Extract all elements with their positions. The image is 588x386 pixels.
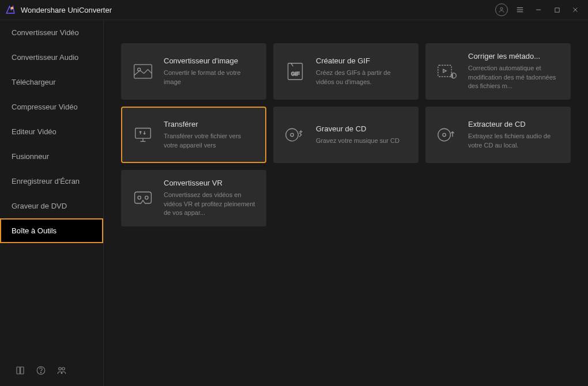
svg-text:i: i: [452, 73, 453, 78]
card-title: Corriger les métado...: [468, 52, 560, 60]
image-icon: [131, 60, 154, 83]
tool-cd-ripper[interactable]: Extracteur de CD Extrayez les fichiers a…: [425, 107, 571, 163]
titlebar-controls: [493, 2, 583, 18]
app-title: Wondershare UniConverter: [21, 6, 493, 14]
svg-point-26: [443, 133, 446, 136]
sidebar-item-audio-converter[interactable]: Convertisseur Audio: [0, 45, 103, 70]
svg-rect-20: [135, 128, 150, 139]
sidebar-footer: [0, 355, 103, 386]
vr-icon: [131, 187, 154, 210]
menu-icon[interactable]: [512, 2, 528, 18]
card-title: Graveur de CD: [316, 124, 408, 133]
sidebar-item-merger[interactable]: Fusionneur: [0, 144, 103, 169]
sidebar-item-video-compressor[interactable]: Compresseur Vidéo: [0, 94, 103, 119]
svg-point-12: [62, 368, 65, 370]
card-title: Convertisseur VR: [164, 179, 256, 187]
svg-point-1: [500, 7, 503, 10]
app-logo: [5, 4, 16, 16]
svg-point-10: [40, 372, 41, 373]
sidebar-item-screen-recorder[interactable]: Enregistreur d'Écran: [0, 169, 103, 194]
tool-grid: Convertisseur d'image Convertir le forma…: [121, 43, 571, 226]
svg-rect-17: [438, 65, 451, 77]
sidebar-item-downloader[interactable]: Téléchargeur: [0, 70, 103, 94]
tutorial-icon[interactable]: [12, 362, 29, 379]
tool-gif-maker[interactable]: GIF Créateur de GIF Créez des GIFs à par…: [273, 43, 419, 100]
card-desc: Créez des GIFs à partir de vidéos ou d'i…: [316, 69, 408, 86]
card-title: Extracteur de CD: [468, 120, 560, 128]
tool-fix-metadata[interactable]: i Corriger les métado... Correction auto…: [425, 43, 571, 100]
svg-point-24: [291, 133, 293, 136]
gif-icon: GIF: [284, 60, 307, 83]
svg-text:GIF: GIF: [291, 71, 300, 77]
tool-vr-converter[interactable]: Convertisseur VR Convertissez des vidéos…: [121, 170, 266, 226]
cd-burn-icon: [284, 123, 307, 146]
svg-point-25: [438, 128, 451, 141]
titlebar: Wondershare UniConverter: [0, 0, 588, 20]
card-desc: Convertissez des vidéos en vidéos VR et …: [164, 191, 256, 217]
account-icon[interactable]: [493, 2, 510, 18]
card-desc: Transférer votre fichier vers votre appa…: [164, 132, 256, 150]
tool-transfer[interactable]: Transférer Transférer votre fichier vers…: [121, 107, 266, 163]
sidebar-item-toolbox[interactable]: Boîte à Outils: [0, 218, 103, 243]
tool-image-converter[interactable]: Convertisseur d'image Convertir le forma…: [121, 43, 266, 100]
main-panel: Convertisseur d'image Convertir le forma…: [104, 20, 588, 386]
sidebar-item-video-converter[interactable]: Convertisseur Vidéo: [0, 20, 103, 45]
card-title: Transférer: [164, 120, 256, 128]
svg-point-27: [138, 196, 141, 199]
card-title: Créateur de GIF: [316, 56, 408, 65]
svg-rect-6: [555, 7, 559, 12]
sidebar-item-video-editor[interactable]: Editeur Vidéo: [0, 119, 103, 144]
svg-point-28: [145, 196, 148, 199]
transfer-icon: [131, 123, 154, 146]
svg-point-11: [59, 368, 62, 370]
community-icon[interactable]: [53, 362, 70, 379]
card-title: Convertisseur d'image: [164, 56, 256, 65]
close-icon[interactable]: [567, 2, 583, 18]
card-desc: Convertir le format de votre image: [164, 69, 256, 86]
sidebar-item-dvd-burner[interactable]: Graveur de DVD: [0, 194, 103, 218]
minimize-icon[interactable]: [530, 2, 546, 18]
sidebar: Convertisseur Vidéo Convertisseur Audio …: [0, 20, 104, 386]
tool-cd-burner[interactable]: Graveur de CD Gravez votre musique sur C…: [273, 107, 419, 163]
svg-point-0: [11, 7, 14, 10]
svg-point-23: [286, 128, 299, 141]
card-desc: Correction automatique et modification d…: [468, 64, 560, 90]
maximize-icon[interactable]: [549, 2, 565, 18]
cd-rip-icon: [436, 123, 459, 146]
metadata-icon: i: [436, 60, 459, 83]
svg-rect-13: [134, 65, 152, 78]
help-icon[interactable]: [32, 362, 50, 379]
card-desc: Extrayez les fichiers audio de votre CD …: [468, 132, 560, 150]
card-desc: Gravez votre musique sur CD: [316, 137, 408, 145]
